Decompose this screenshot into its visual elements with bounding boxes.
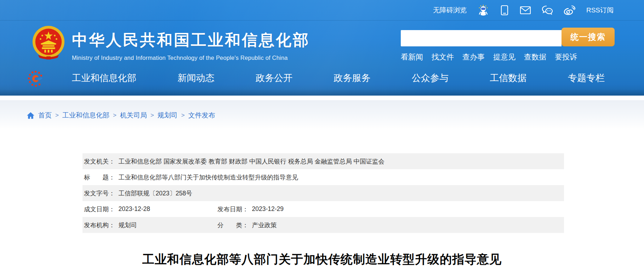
breadcrumb-item-departments[interactable]: 机关司局 [120, 111, 147, 120]
main-nav: 工业和信息化部 新闻动态 政务公开 政务服务 公众参与 工信数据 专题专栏 [72, 72, 605, 84]
unified-search-button[interactable]: 统一搜索 [562, 28, 615, 46]
home-icon[interactable] [27, 112, 35, 119]
meta-label: 分 类： [217, 221, 249, 229]
brand: 中华人民共和国工业和信息化部 Ministry of Industry and … [72, 30, 310, 61]
meta-row-issuing-organs: 发文机关： 工业和信息化部 国家发展改革委 教育部 财政部 中国人民银行 税务总… [82, 153, 564, 169]
quick-link-news[interactable]: 看新闻 [401, 52, 423, 62]
breadcrumb-separator: > [55, 112, 59, 119]
breadcrumb-separator: > [150, 112, 154, 119]
nav-item-ministry[interactable]: 工业和信息化部 [72, 72, 136, 84]
breadcrumb-band: 首页 > 工业和信息化部 > 机关司局 > 规划司 > 文件发布 [0, 100, 644, 129]
meta-label: 发文字号： [84, 189, 115, 198]
site-title[interactable]: 中华人民共和国工业和信息化部 [72, 30, 310, 51]
quick-links: 看新闻 找文件 查办事 提意见 查数据 要投诉 [401, 52, 615, 62]
search-input[interactable] [401, 30, 562, 46]
site-header: 无障碍浏览 [0, 0, 644, 96]
meta-value: 工业和信息化部 国家发展改革委 教育部 财政部 中国人民银行 税务总局 金融监管… [119, 157, 385, 166]
page: 无障碍浏览 [0, 0, 644, 274]
quick-link-complaints[interactable]: 要投诉 [555, 52, 577, 62]
meta-label: 发布日期： [217, 205, 249, 213]
accessibility-link[interactable]: 无障碍浏览 [433, 6, 467, 15]
search-area: 统一搜索 看新闻 找文件 查办事 提意见 查数据 要投诉 [401, 28, 615, 62]
meta-row-publisher-category: 发布机构： 规划司 分 类： 产业政策 [82, 217, 564, 233]
breadcrumb-home[interactable]: 首页 [38, 111, 52, 120]
topbar: 无障碍浏览 [0, 0, 644, 21]
meta-label: 成文日期： [84, 205, 115, 213]
document-meta-table: 发文机关： 工业和信息化部 国家发展改革委 教育部 财政部 中国人民银行 税务总… [82, 153, 564, 233]
rss-link[interactable]: RSS订阅 [586, 6, 614, 15]
meta-value: 工信部联规〔2023〕258号 [119, 189, 192, 198]
mail-icon[interactable] [520, 6, 531, 15]
wechat-icon[interactable] [542, 5, 553, 15]
breadcrumb-separator: > [113, 112, 116, 119]
meta-value: 规划司 [119, 221, 137, 229]
nav-item-news[interactable]: 新闻动态 [178, 72, 215, 84]
quick-link-data[interactable]: 查数据 [524, 52, 546, 62]
nav-item-gov-services[interactable]: 政务服务 [334, 72, 371, 84]
meta-row-title: 标 题： 工业和信息化部等八部门关于加快传统制造业转型升级的指导意见 [82, 169, 564, 185]
breadcrumb-separator: > [181, 112, 185, 119]
quick-link-suggestions[interactable]: 提意见 [493, 52, 515, 62]
e-government-icon [27, 70, 44, 87]
meta-label: 标 题： [84, 173, 115, 182]
nav-item-gov-disclosure[interactable]: 政务公开 [256, 72, 292, 84]
meta-value: 2023-12-29 [252, 205, 284, 213]
mobile-icon[interactable] [500, 5, 509, 16]
breadcrumb: 首页 > 工业和信息化部 > 机关司局 > 规划司 > 文件发布 [27, 111, 215, 120]
nav-item-miit-data[interactable]: 工信数据 [490, 72, 527, 84]
meta-row-document-number: 发文字号： 工信部联规〔2023〕258号 [82, 185, 564, 201]
meta-value: 2023-12-28 [119, 205, 150, 213]
breadcrumb-item-ministry[interactable]: 工业和信息化部 [62, 111, 109, 120]
meta-label: 发文机关： [84, 157, 115, 166]
robot-assistant-icon[interactable] [477, 4, 489, 16]
nav-item-special-topics[interactable]: 专题专栏 [568, 72, 605, 84]
nav-item-public-participation[interactable]: 公众参与 [412, 72, 449, 84]
site-subtitle: Ministry of Industry and Information Tec… [72, 55, 310, 61]
meta-row-dates: 成文日期： 2023-12-28 发布日期： 2023-12-29 [82, 201, 564, 217]
breadcrumb-item-planning-dept[interactable]: 规划司 [158, 111, 178, 120]
document-title: 工业和信息化部等八部门关于加快传统制造业转型升级的指导意见 [0, 251, 644, 268]
meta-label: 发布机构： [84, 221, 115, 229]
breadcrumb-item-document-release[interactable]: 文件发布 [188, 111, 215, 120]
meta-value: 产业政策 [252, 221, 277, 229]
meta-value: 工业和信息化部等八部门关于加快传统制造业转型升级的指导意见 [119, 173, 298, 182]
quick-link-documents[interactable]: 找文件 [432, 52, 454, 62]
weibo-icon[interactable] [564, 5, 576, 15]
national-emblem-logo [31, 25, 66, 60]
quick-link-services[interactable]: 查办事 [462, 52, 485, 62]
